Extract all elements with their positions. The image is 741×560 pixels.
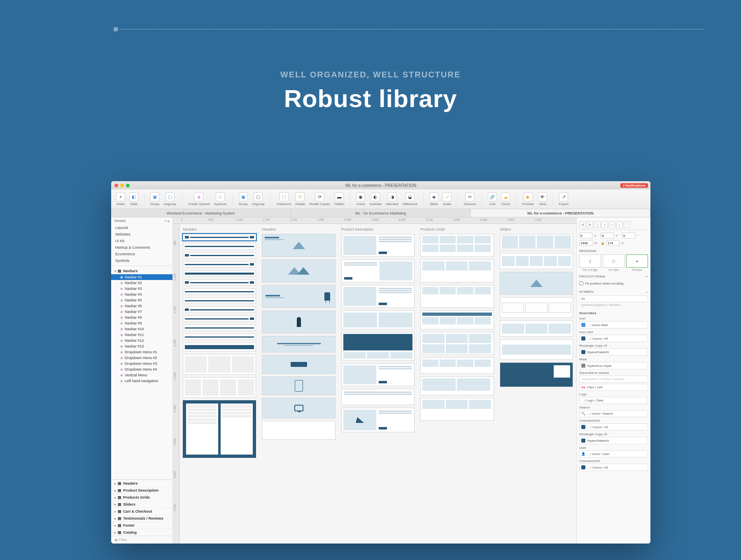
align-left-icon[interactable]: ⫷ <box>579 222 586 228</box>
symbols-button[interactable]: ◇Symbols <box>212 191 228 207</box>
layer-item[interactable]: ◈Navbar #7 <box>111 309 172 315</box>
artboard-slider[interactable] <box>500 297 573 318</box>
artboard-header[interactable] <box>262 336 335 352</box>
flatten-button[interactable]: ▬Flatten <box>333 191 346 207</box>
font-override[interactable]: Aa14px / Left <box>579 384 648 391</box>
layer-item[interactable]: ◈Navbar #11 <box>111 332 172 338</box>
layer-item[interactable]: ◈Navbar #6 <box>111 303 172 309</box>
layer-group[interactable]: ▤Catalog <box>111 529 172 536</box>
notifications-badge[interactable]: 2 Notifications <box>620 183 648 188</box>
search-override[interactable]: 🔍…/ icons / Search <box>579 410 648 417</box>
add-prototype-icon[interactable]: + <box>646 275 648 278</box>
align-bottom-icon[interactable]: ⫰ <box>616 222 623 228</box>
link-button[interactable]: 🔗Link <box>486 191 499 207</box>
artboard-navbar-1[interactable] <box>183 234 256 240</box>
artboard-header[interactable] <box>262 376 335 395</box>
intersect-button[interactable]: ◑Intersect <box>384 191 400 207</box>
artboard-navbar[interactable] <box>183 343 256 352</box>
artboard-slider[interactable] <box>500 234 573 250</box>
artboard-header[interactable] <box>262 421 335 440</box>
pin-edge-box[interactable]: ┼ <box>579 254 601 268</box>
artboard-dropdown[interactable] <box>183 354 256 375</box>
insert-button[interactable]: +Insert <box>114 191 127 207</box>
artboard-navbar[interactable] <box>183 324 256 331</box>
page-markup[interactable]: Markup & Comments <box>111 244 172 251</box>
y-input[interactable] <box>601 233 614 238</box>
align-center-icon[interactable]: ⫸ <box>587 222 593 228</box>
cloud-button[interactable]: ☁Cloud <box>499 191 512 207</box>
layer-item[interactable]: ◈Dropdown menu #2 <box>111 355 172 361</box>
artboard-product[interactable] <box>341 259 415 282</box>
ungroup-button[interactable]: ▢Ungroup <box>162 191 178 207</box>
page-websites[interactable]: Websites <box>111 231 172 238</box>
artboard-grid[interactable] <box>420 376 494 395</box>
layer-item[interactable]: ◈Navbar #12 <box>111 338 172 343</box>
tab-2[interactable]: WL - for Ecommerce Marketing <box>291 209 471 217</box>
artboard-header[interactable] <box>262 355 335 374</box>
artboard-header[interactable] <box>262 259 335 282</box>
layer-item[interactable]: ◈Navbar #2 <box>111 280 172 286</box>
artboard-grid[interactable] <box>420 234 494 257</box>
scale-button[interactable]: ⤢Scale <box>441 191 453 207</box>
data-button[interactable]: ◧Data <box>128 191 140 207</box>
artboard-grid[interactable] <box>420 357 494 374</box>
difference-button[interactable]: ◒Difference <box>401 191 419 207</box>
mask-button[interactable]: ◈Mask <box>428 191 440 207</box>
layer-item[interactable]: ◈Navbar #5 <box>111 297 172 303</box>
rect2-override[interactable]: Styles/Pallet#3 <box>579 437 648 444</box>
artboard-product[interactable] <box>341 310 415 329</box>
symbol-name-field[interactable]: #1 <box>579 295 648 302</box>
page-uikit[interactable]: UI Kit <box>111 238 172 244</box>
artboard-slider[interactable] <box>500 339 573 360</box>
fix-scroll-checkbox[interactable] <box>579 281 583 285</box>
lock-icon[interactable]: 🔒 <box>601 241 605 245</box>
layer-item[interactable]: ◈Navbar #3 <box>111 286 172 292</box>
h-input[interactable] <box>606 240 620 246</box>
layer-item[interactable]: ◈Dropdown menu #4 <box>111 366 172 372</box>
artboard-navbar[interactable] <box>183 297 256 304</box>
export-button[interactable]: ↗Export <box>557 191 570 207</box>
layer-group[interactable]: ▤Footer <box>111 522 172 529</box>
artboard-navbar[interactable] <box>183 252 256 259</box>
artboard-product[interactable] <box>341 408 415 432</box>
ungroup2-button[interactable]: ▢Ungroup <box>250 191 266 207</box>
layer-item[interactable]: ◈Navbar #13 <box>111 343 172 349</box>
mask-override[interactable]: Styles/Icon Style <box>579 362 648 369</box>
artboard-navbar[interactable] <box>183 334 256 340</box>
distribute-icon[interactable]: ⬚ <box>624 222 630 228</box>
artboard-header[interactable] <box>262 310 335 334</box>
transform-button[interactable]: ⬚Transform <box>275 191 293 207</box>
page-symbols[interactable]: Symbols <box>111 257 172 264</box>
artboard-grid[interactable] <box>420 259 494 282</box>
align-middle-icon[interactable]: — <box>609 222 615 228</box>
artboard-grid[interactable] <box>420 332 494 355</box>
artboard-grid[interactable] <box>420 310 494 329</box>
align-top-icon[interactable]: ⫯ <box>601 222 608 228</box>
rect-override[interactable]: Styles/Pallet#3 <box>579 348 648 356</box>
w-input[interactable] <box>579 240 592 246</box>
layer-item[interactable]: ◈Left hand navigation <box>111 378 172 384</box>
layer-item[interactable]: ◈Navbar #4 <box>111 292 172 297</box>
rotate-copies-button[interactable]: ⟳Rotate Copies <box>308 191 332 207</box>
artboard-grid[interactable] <box>420 398 494 421</box>
fix-size-box[interactable]: ▢ <box>603 254 624 268</box>
color-accent2-override[interactable]: …/ Colors / #3 <box>579 464 648 471</box>
x-input[interactable] <box>579 233 592 238</box>
page-layouts[interactable]: Layouts <box>111 224 172 231</box>
scissors-button[interactable]: ✂Scissors <box>462 191 478 207</box>
layer-item[interactable]: ◈Navbar #10 <box>111 326 172 332</box>
icon-color-override[interactable]: …/ Colors / #3 <box>579 335 648 342</box>
logo-override[interactable]: …/ Logo / Dark <box>579 397 648 404</box>
group-button[interactable]: ▣Group <box>149 191 161 207</box>
artboard-navbar[interactable] <box>183 261 256 268</box>
layer-item[interactable]: ◈Dropdown menu #3 <box>111 361 172 366</box>
artboard-slider[interactable] <box>500 253 573 269</box>
align-right-icon[interactable]: | <box>594 222 601 228</box>
layer-item[interactable]: ◈Navbar #8 <box>111 315 172 320</box>
artboard-slider[interactable] <box>500 362 573 387</box>
angle-input[interactable] <box>622 233 635 238</box>
artboard-navbar[interactable] <box>183 288 256 295</box>
artboard-header[interactable] <box>262 285 335 308</box>
layer-group[interactable]: ▤Cart & Checkout <box>111 508 172 515</box>
artboard-navbar[interactable] <box>183 306 256 313</box>
